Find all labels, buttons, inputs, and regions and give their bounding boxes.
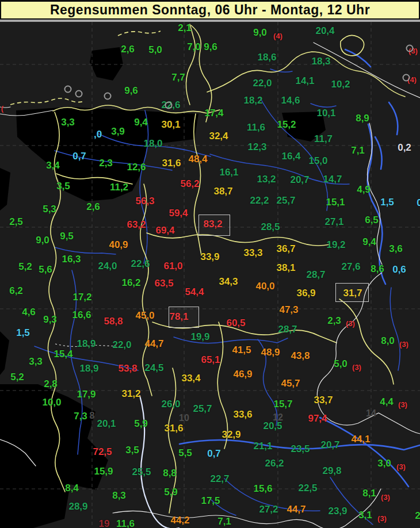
- station-marker-icon: [403, 74, 410, 82]
- rain-value: 15,7: [273, 399, 292, 410]
- rain-value: 20,7: [320, 439, 339, 451]
- rain-value: 18,3: [311, 56, 330, 67]
- rain-value: 31,6: [162, 158, 181, 169]
- rain-value: 14,7: [323, 174, 342, 185]
- rain-value: 18,6: [257, 52, 276, 63]
- rain-value: 44,7: [144, 338, 163, 350]
- rain-value: 69,4: [155, 225, 174, 236]
- rain-value: 4,4: [380, 396, 394, 408]
- rain-value: 5,9: [164, 487, 178, 498]
- rain-value: 56,2: [180, 178, 199, 190]
- rain-value: 48,9: [261, 347, 280, 358]
- rain-value: 14,1: [295, 75, 314, 87]
- qc-count-flag: (3): [399, 340, 408, 349]
- rain-value: 72,5: [93, 446, 112, 458]
- rain-value: 40,9: [109, 239, 128, 251]
- rain-value: 8,4: [65, 483, 79, 494]
- rain-value: 1,5: [16, 327, 30, 339]
- rain-value: 17,9: [77, 389, 96, 400]
- rain-value: 26,2: [265, 458, 284, 469]
- rain-value: 28,9: [68, 501, 87, 512]
- station-marker-icon: [104, 93, 112, 100]
- rain-value: 15,4: [54, 349, 72, 360]
- rain-value: 5,0: [148, 44, 162, 56]
- rain-value: 2,3: [99, 158, 113, 169]
- rain-value: 56,3: [135, 196, 154, 207]
- rain-value: 32,4: [209, 131, 228, 142]
- rain-value: 25,7: [276, 195, 295, 206]
- qc-count-flag: (3): [352, 363, 361, 372]
- rain-value: 20,7: [290, 174, 309, 186]
- rain-value: 0,6: [392, 264, 406, 276]
- rain-value: 9,3: [43, 314, 57, 326]
- rain-value: 7,7: [171, 72, 185, 83]
- rain-value: 33,7: [314, 395, 333, 406]
- rain-value: 9,5: [60, 231, 74, 242]
- grid-longitude-label: 14: [366, 408, 376, 419]
- rain-value: 20,4: [315, 25, 334, 37]
- rain-value: 9,0: [253, 27, 267, 39]
- rain-value: 2,6: [121, 44, 135, 55]
- rain-value: 32,9: [222, 429, 240, 441]
- highlight-box: [335, 283, 369, 302]
- rain-value: 17,5: [201, 495, 220, 507]
- rain-value: 3,6: [389, 243, 403, 255]
- rain-value: 8,3: [112, 490, 126, 502]
- rain-value: 10,1: [316, 108, 335, 119]
- rain-value: 5,2: [10, 372, 24, 383]
- rain-value: 0,2: [398, 142, 411, 154]
- rain-value: 15,0: [308, 155, 327, 167]
- rain-value: 15,6: [253, 483, 272, 495]
- station-marker-icon: [75, 90, 83, 98]
- grid-longitude-label: 10: [179, 413, 189, 423]
- rain-value: 22,0: [253, 78, 272, 89]
- qc-count-flag: (3): [381, 493, 390, 502]
- rain-value: 33,6: [233, 409, 252, 420]
- rain-value: ,0: [94, 129, 102, 140]
- rain-value: 7,1: [351, 145, 365, 156]
- station-marker-icon: [165, 102, 173, 109]
- rain-value: 5,6: [39, 264, 52, 276]
- rain-value: 36,7: [276, 243, 295, 255]
- rain-value: 44,2: [170, 515, 189, 526]
- rain-value: 2,6: [86, 201, 100, 213]
- rain-value: 10,0: [42, 397, 61, 408]
- qc-count-flag: (3): [377, 514, 387, 523]
- rain-value: 3,3: [61, 117, 75, 128]
- rain-value: 16,4: [281, 151, 300, 162]
- qc-count-flag: (: [1, 104, 3, 113]
- rain-value: 16,2: [121, 277, 140, 289]
- rain-value: 11,7: [314, 133, 333, 145]
- rain-value: 23,5: [291, 443, 310, 455]
- rain-value: 7,1: [217, 516, 231, 527]
- rain-value: 2: [415, 510, 420, 522]
- highlight-box: [198, 215, 230, 236]
- rain-value: 60,5: [226, 317, 245, 329]
- rain-value: 14,6: [281, 95, 300, 106]
- rain-value: 15,9: [94, 466, 113, 477]
- rain-value: 18,0: [143, 138, 162, 150]
- rain-value: 26,0: [161, 399, 180, 410]
- rain-value: 9,4: [362, 236, 376, 248]
- highlight-box: [169, 307, 199, 328]
- rain-value: 28,7: [278, 324, 297, 335]
- rain-value: 8,9: [356, 113, 369, 124]
- station-marker-icon: [64, 86, 72, 93]
- rain-value: 16,3: [62, 254, 81, 265]
- rain-value: 9,6: [124, 85, 138, 97]
- rain-value: 53,8: [118, 363, 137, 374]
- rain-value: 33,4: [181, 373, 200, 384]
- rain-value: 13,2: [257, 174, 276, 185]
- rain-value: 10,2: [331, 79, 350, 90]
- rain-value: 44,7: [287, 504, 306, 515]
- rain-value: 19,2: [326, 239, 345, 251]
- rain-value: 45,0: [135, 310, 154, 322]
- rain-value: 28,7: [306, 269, 325, 281]
- rain-value: 20,1: [97, 418, 116, 430]
- rain-value: 22,2: [250, 195, 269, 206]
- rain-value: 41,5: [232, 345, 251, 356]
- rain-value: 3,1: [358, 510, 372, 521]
- rain-value: 24,5: [144, 362, 163, 374]
- rain-value: 0: [417, 197, 420, 209]
- rain-value: 25,5: [132, 466, 151, 478]
